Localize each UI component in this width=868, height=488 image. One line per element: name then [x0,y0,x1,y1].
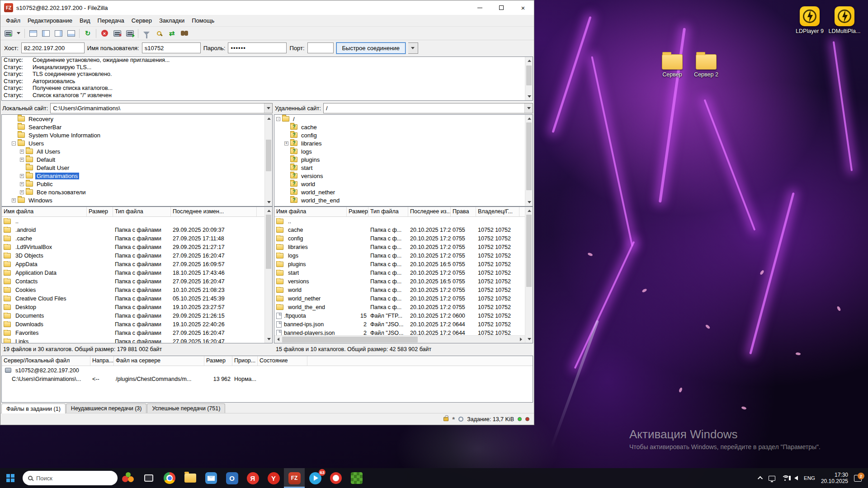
queue-tab[interactable]: Файлы в задании (1) [1,404,66,413]
local-column-header[interactable]: Тип файла [113,207,171,216]
taskbar-app-minecraft[interactable] [346,468,367,488]
tree-expander[interactable]: + [284,141,288,145]
local-tree-scrollbar[interactable] [264,115,272,206]
remote-file-row[interactable]: librariesПапка с ф...20.10.2025 17:2...0… [274,243,533,251]
scroll-up-button[interactable] [265,115,273,122]
scroll-right-button[interactable] [517,336,525,343]
compare-button[interactable] [153,28,165,39]
queue-column-header[interactable]: Напра... [90,356,114,366]
scroll-down-button[interactable] [525,198,533,206]
start-button[interactable] [0,468,21,488]
remote-list-scrollbar[interactable] [525,207,533,343]
menu-item[interactable]: Сервер [128,16,156,25]
scroll-left-button[interactable] [274,336,282,343]
remote-file-row[interactable]: logsПапка с ф...20.10.2025 17:2...075510… [274,251,533,260]
toggle-message-log-button[interactable] [27,28,39,39]
local-file-row[interactable]: Application DataПапка с файлами18.10.202… [2,268,272,277]
title-bar[interactable]: FZ s10752@82.202.197.200 - FileZilla × [0,0,534,15]
local-tree-item[interactable]: +Default [2,155,272,164]
remote-tree-item[interactable]: ?config [274,131,533,139]
remote-file-row[interactable]: world_netherПапка с ф...20.10.2025 17:2.… [274,294,533,303]
close-button[interactable]: × [512,0,534,15]
local-column-header[interactable]: Имя файла [2,207,87,216]
tree-expander[interactable]: + [20,158,24,162]
minimize-button[interactable] [469,0,491,15]
reconnect-button[interactable] [124,28,136,39]
remote-tree-item[interactable]: ?cache [274,123,533,131]
remote-file-row[interactable]: world_the_endПапка с ф...20.10.2025 17:2… [274,303,533,311]
host-input[interactable] [21,42,85,53]
remote-file-row[interactable]: .. [274,217,533,225]
gear-icon[interactable]: * [452,416,455,422]
queue-tab[interactable]: Успешные передачи (751) [147,404,225,413]
queue-column-header[interactable]: Файл на сервере [114,356,204,366]
tree-expander[interactable]: + [20,174,24,178]
local-file-row[interactable]: 3D ObjectsПапка с файлами27.09.2025 16:2… [2,251,272,260]
display-tray-icon[interactable] [769,476,775,481]
local-tree-item[interactable]: Default User [2,164,272,172]
remote-file-row[interactable]: .ftpquota15Файл "FTP...20.10.2025 17:2..… [274,311,533,320]
remote-file-row[interactable]: banned-ips.json2Файл "JSO...20.10.2025 1… [274,320,533,328]
local-tree-item[interactable]: +Public [2,180,272,188]
local-path-combo[interactable]: C:\Users\Grimanimations\ [50,103,273,113]
scrollbar-thumb[interactable] [282,337,418,343]
find-button[interactable] [179,28,190,39]
site-manager-dropdown[interactable] [15,28,22,39]
scroll-up-button[interactable] [525,57,533,65]
tray-expand-chevron-icon[interactable] [758,476,763,481]
taskbar-app-outlook[interactable]: O [222,468,242,488]
remote-file-row[interactable]: startПапка с ф...20.10.2025 17:2...07551… [274,268,533,277]
local-tree-item[interactable]: Recovery [2,115,272,123]
local-file-row[interactable]: Creative Cloud FilesПапка с файлами05.10… [2,294,272,303]
queue-transfer-row[interactable]: C:\Users\Grimanimations\...<--/plugins/C… [2,375,533,383]
stop-button[interactable]: × [99,28,110,39]
local-file-row[interactable]: .. [2,217,272,225]
taskbar-app-yandex-browser[interactable]: Я [242,468,263,488]
tree-expander[interactable]: + [20,190,24,194]
taskbar-search[interactable]: Поиск [23,471,118,485]
scrollbar-thumb[interactable] [526,215,532,287]
remote-tree-item[interactable]: ?world [274,180,533,188]
remote-column-header[interactable]: Имя файла [274,207,347,216]
site-manager-button[interactable] [2,28,14,39]
scrollbar-thumb[interactable] [266,215,271,269]
remote-tree-item[interactable]: +?libraries [274,139,533,147]
taskbar-app-fruits[interactable] [118,468,138,488]
quickconnect-button[interactable]: Быстрое соединение [336,42,406,54]
filter-button[interactable] [141,28,152,39]
remote-tree-item[interactable]: ?plugins [274,155,533,164]
tree-expander[interactable]: - [276,117,280,121]
disconnect-button[interactable]: × [111,28,123,39]
scroll-down-button[interactable] [265,335,273,343]
scroll-up-button[interactable] [525,207,533,215]
local-file-row[interactable]: DesktopПапка с файлами19.10.2025 23:27:5… [2,303,272,311]
network-tray-icon[interactable] [781,475,788,481]
local-tree-item[interactable]: -Users [2,139,272,147]
desktop-icon-ldmultipla-[interactable]: LDMultiPla... [827,6,862,34]
remote-column-header[interactable]: Владелец/Г... [476,207,519,216]
scroll-up-button[interactable] [525,115,533,122]
language-indicator[interactable]: ENG [804,475,815,481]
remote-tree-item[interactable]: -/ [274,115,533,123]
scroll-down-button[interactable] [525,93,533,100]
desktop-icon-ldplayer-9[interactable]: LDPlayer 9 [792,6,827,34]
local-tree-item[interactable]: System Volume Information [2,131,272,139]
quickconnect-dropdown[interactable] [408,42,418,54]
queue-server-row[interactable]: s10752@82.202.197.200 [2,366,533,375]
port-input[interactable] [307,42,334,53]
toggle-queue-button[interactable] [65,28,77,39]
menu-item[interactable]: Помощь [188,16,218,25]
local-tree-item[interactable]: +Windows [2,196,272,204]
scroll-down-button[interactable] [265,198,273,206]
toggle-local-tree-button[interactable] [40,28,52,39]
remote-tree-item[interactable]: ?logs [274,147,533,155]
local-file-row[interactable]: .cacheПапка с файлами27.09.2025 17:11:48 [2,234,272,243]
local-tree-item[interactable]: +Все пользователи [2,188,272,196]
task-view-button[interactable] [138,468,159,488]
volume-tray-icon[interactable] [794,476,798,480]
queue-column-header[interactable]: Приор... [232,356,258,366]
tree-expander[interactable]: + [20,150,24,154]
local-column-header[interactable]: Последнее измен... [171,207,257,216]
desktop-icon-сервер[interactable]: Сервер [655,52,690,78]
notification-center-button[interactable]: 2 [854,475,862,482]
